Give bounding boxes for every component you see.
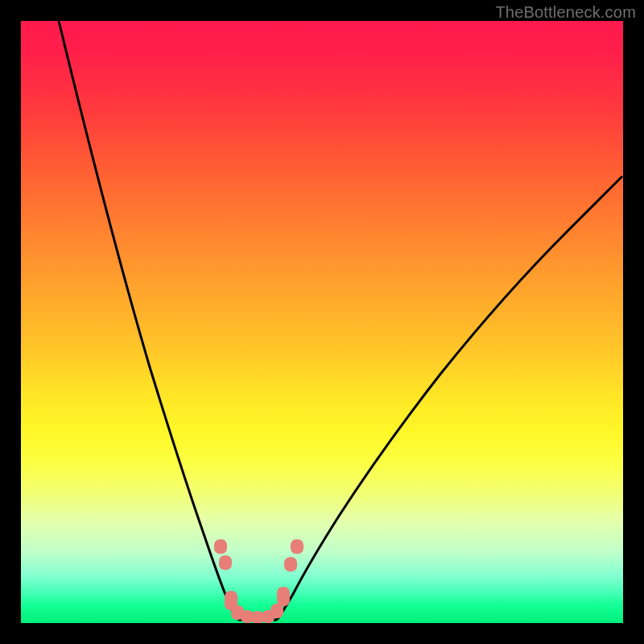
marker — [284, 557, 297, 572]
left-curve — [59, 21, 238, 620]
marker — [219, 555, 232, 570]
bottleneck-chart-plot — [21, 21, 623, 623]
marker — [214, 539, 227, 554]
watermark-text: TheBottleneck.com — [495, 3, 636, 22]
marker — [277, 587, 290, 606]
marker — [291, 539, 303, 554]
chart-svg — [21, 21, 623, 623]
right-curve — [277, 176, 622, 620]
